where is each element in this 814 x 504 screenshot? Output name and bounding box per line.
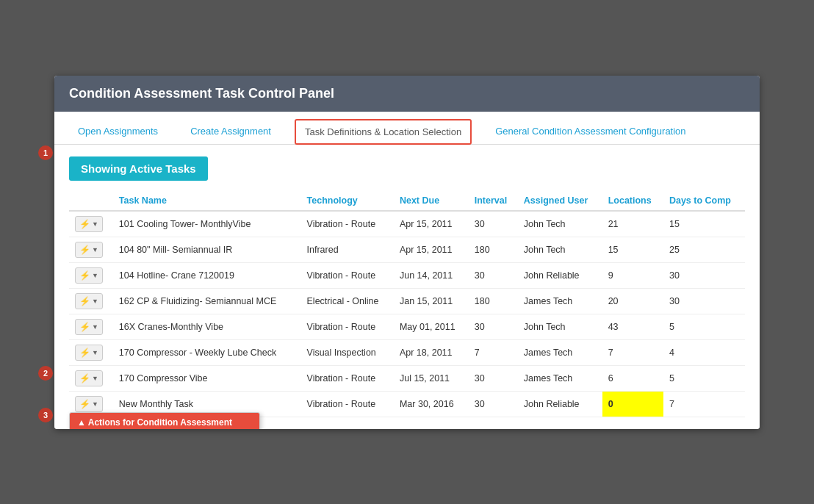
cell-daysToComp: 30 xyxy=(663,262,745,288)
dropdown-menu: ▲ Actions for Condition Assessment Tasks… xyxy=(69,412,260,429)
tab-general-config[interactable]: General Condition Assessment Configurati… xyxy=(486,120,694,143)
showing-banner: Showing Active Tasks xyxy=(69,156,208,181)
task-table: Task Name Technology Next Due Interval A… xyxy=(69,191,745,417)
tab-open-assignments[interactable]: Open Assignments xyxy=(69,120,167,143)
action-dropdown-btn[interactable]: ⚡▼ xyxy=(75,396,103,412)
cell-nextDue: May 01, 2011 xyxy=(394,314,469,339)
action-dropdown-btn[interactable]: ⚡▼ xyxy=(75,345,103,361)
panel-title: Condition Assessment Task Control Panel xyxy=(69,86,334,101)
cell-technology: Infrared xyxy=(301,237,394,262)
cell-taskName: 16X Cranes-Monthly Vibe xyxy=(113,314,301,339)
col-days-to-comp: Days to Comp xyxy=(663,191,745,211)
cell-technology: Vibration - Route xyxy=(301,314,394,339)
table-header-row: Task Name Technology Next Due Interval A… xyxy=(69,191,745,211)
cell-technology: Vibration - Route xyxy=(301,262,394,288)
cell-taskName: 170 Compressor Vibe xyxy=(113,365,301,391)
cell-interval: 30 xyxy=(469,365,518,391)
cell-technology: Electrical - Online xyxy=(301,288,394,314)
action-cell: ⚡▼ xyxy=(69,211,113,237)
cell-interval: 180 xyxy=(469,237,518,262)
cell-locations: 9 xyxy=(602,262,663,288)
cell-nextDue: Apr 15, 2011 xyxy=(394,211,469,237)
cell-technology: Vibration - Route xyxy=(301,391,394,417)
action-cell: ⚡▼ xyxy=(69,365,113,391)
cell-daysToComp: 4 xyxy=(663,339,745,365)
cell-daysToComp: 15 xyxy=(663,211,745,237)
cell-taskName: 170 Compressor - Weekly Lube Check xyxy=(113,339,301,365)
table-row: ⚡▼170 Compressor - Weekly Lube CheckVisu… xyxy=(69,339,745,365)
table-row: ⚡▼104 80" Mill- Semiannual IRInfraredApr… xyxy=(69,237,745,262)
action-dropdown-btn[interactable]: ⚡▼ xyxy=(75,267,103,284)
cell-nextDue: Jul 15, 2011 xyxy=(394,365,469,391)
cell-assignedUser: John Tech xyxy=(518,237,602,262)
col-action xyxy=(69,191,113,211)
action-cell: ⚡▼ xyxy=(69,288,113,314)
panel-header: Condition Assessment Task Control Panel xyxy=(54,76,760,112)
cell-taskName: 104 Hotline- Crane 7120019 xyxy=(113,262,301,288)
cell-daysToComp: 30 xyxy=(663,288,745,314)
cell-assignedUser: James Tech xyxy=(518,339,602,365)
cell-daysToComp: 5 xyxy=(663,365,745,391)
table-row: ⚡▼170 Compressor VibeVibration - RouteJu… xyxy=(69,365,745,391)
cell-nextDue: Jun 14, 2011 xyxy=(394,262,469,288)
table-row: ⚡▼▲ Actions for Condition Assessment Tas… xyxy=(69,391,745,417)
col-locations: Locations xyxy=(602,191,663,211)
cell-assignedUser: John Tech xyxy=(518,211,602,237)
cell-taskName: 104 80" Mill- Semiannual IR xyxy=(113,237,301,262)
cell-locations: 21 xyxy=(602,211,663,237)
col-assigned-user: Assigned User xyxy=(518,191,602,211)
cell-daysToComp: 7 xyxy=(663,391,745,417)
tab-task-definitions[interactable]: Task Definitions & Location Selection xyxy=(295,119,472,145)
cell-assignedUser: James Tech xyxy=(518,288,602,314)
cell-locations: 0 xyxy=(602,391,663,417)
main-panel: Condition Assessment Task Control Panel … xyxy=(54,76,760,429)
cell-interval: 30 xyxy=(469,211,518,237)
table-row: ⚡▼16X Cranes-Monthly VibeVibration - Rou… xyxy=(69,314,745,339)
action-cell: ⚡▼ xyxy=(69,314,113,339)
tabs-row: Open Assignments Create Assignment Task … xyxy=(54,112,760,145)
action-dropdown-btn[interactable]: ⚡▼ xyxy=(75,293,103,309)
cell-technology: Vibration - Route xyxy=(301,211,394,237)
cell-interval: 7 xyxy=(469,339,518,365)
cell-technology: Visual Inspection xyxy=(301,339,394,365)
cell-interval: 30 xyxy=(469,262,518,288)
action-dropdown-btn[interactable]: ⚡▼ xyxy=(75,319,103,335)
content-area: Showing Active Tasks Task Name Technolog… xyxy=(54,145,760,429)
col-task-name: Task Name xyxy=(113,191,301,211)
col-technology: Technology xyxy=(301,191,394,211)
cell-interval: 30 xyxy=(469,391,518,417)
cell-locations: 20 xyxy=(602,288,663,314)
cell-nextDue: Apr 15, 2011 xyxy=(394,237,469,262)
cell-assignedUser: John Tech xyxy=(518,314,602,339)
tab-create-assignment[interactable]: Create Assignment xyxy=(181,120,280,143)
action-cell: ⚡▼ xyxy=(69,339,113,365)
action-dropdown-btn[interactable]: ⚡▼ xyxy=(75,242,103,258)
action-dropdown-btn[interactable]: ⚡▼ xyxy=(75,216,103,232)
col-interval: Interval xyxy=(469,191,518,211)
cell-daysToComp: 5 xyxy=(663,314,745,339)
cell-taskName: 162 CP & Fluidizing- Semiannual MCE xyxy=(113,288,301,314)
dropdown-header[interactable]: ▲ Actions for Condition Assessment Tasks xyxy=(70,413,259,429)
cell-assignedUser: John Reliable xyxy=(518,262,602,288)
action-dropdown-btn[interactable]: ⚡▼ xyxy=(75,370,103,386)
table-row: ⚡▼104 Hotline- Crane 7120019Vibration - … xyxy=(69,262,745,288)
cell-nextDue: Jan 15, 2011 xyxy=(394,288,469,314)
table-row: ⚡▼101 Cooling Tower- MonthlyVibeVibratio… xyxy=(69,211,745,237)
table-row: ⚡▼162 CP & Fluidizing- Semiannual MCEEle… xyxy=(69,288,745,314)
cell-taskName: 101 Cooling Tower- MonthlyVibe xyxy=(113,211,301,237)
cell-locations: 15 xyxy=(602,237,663,262)
col-next-due: Next Due xyxy=(394,191,469,211)
cell-nextDue: Mar 30, 2016 xyxy=(394,391,469,417)
action-cell: ⚡▼ xyxy=(69,262,113,288)
cell-technology: Vibration - Route xyxy=(301,365,394,391)
action-cell: ⚡▼▲ Actions for Condition Assessment Tas… xyxy=(69,391,113,417)
cell-locations: 7 xyxy=(602,339,663,365)
cell-assignedUser: John Reliable xyxy=(518,391,602,417)
cell-interval: 180 xyxy=(469,288,518,314)
cell-interval: 30 xyxy=(469,314,518,339)
cell-assignedUser: James Tech xyxy=(518,365,602,391)
cell-nextDue: Apr 18, 2011 xyxy=(394,339,469,365)
cell-locations: 6 xyxy=(602,365,663,391)
action-cell: ⚡▼ xyxy=(69,237,113,262)
cell-daysToComp: 25 xyxy=(663,237,745,262)
